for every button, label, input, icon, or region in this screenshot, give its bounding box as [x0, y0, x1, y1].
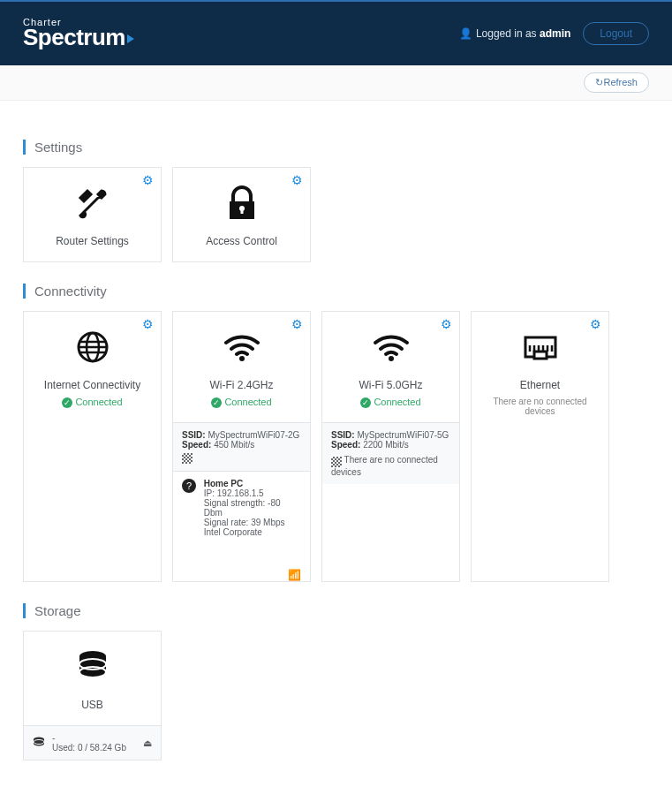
usb-details: - Used: 0 / 58.24 Gb ⏏	[24, 725, 161, 760]
eject-icon[interactable]: ⏏	[143, 738, 152, 749]
svg-rect-2	[240, 208, 243, 214]
check-icon: ✓	[62, 397, 72, 408]
card-title: Internet Connectivity	[31, 379, 154, 391]
gear-icon[interactable]: ⚙	[441, 317, 452, 331]
card-title: Access Control	[180, 235, 303, 247]
tools-icon	[31, 184, 154, 223]
connectivity-grid: ⚙ Internet Connectivity ✓Connected ⚙ Wi-…	[23, 311, 649, 582]
svg-rect-8	[534, 352, 547, 359]
svg-point-5	[239, 356, 245, 361]
wifi5-details: SSID: MySpectrumWiFi07-5G Speed: 2200 Mb…	[322, 422, 459, 484]
status: ✓Connected	[329, 397, 452, 408]
gear-icon[interactable]: ⚙	[291, 173, 303, 187]
device-row[interactable]: ? Home PC IP: 192.168.1.5 Signal strengt…	[173, 471, 310, 544]
card-title: Ethernet	[479, 379, 601, 391]
question-icon: ?	[182, 479, 196, 493]
settings-grid: ⚙ Router Settings ⚙ Access Control	[23, 167, 649, 262]
brand-big: Spectrum	[23, 24, 125, 50]
brand-big-row: Spectrum	[23, 27, 134, 48]
gear-icon[interactable]: ⚙	[291, 317, 303, 331]
no-devices-msg: There are no connected devices	[479, 397, 601, 416]
section-title-settings: Settings	[23, 140, 649, 155]
content-area: Settings ⚙ Router Settings ⚙ Access Cont…	[0, 101, 672, 787]
wifi5-card[interactable]: ⚙ Wi-Fi 5.0GHz ✓Connected SSID: MySpectr…	[321, 311, 460, 582]
ethernet-card[interactable]: ⚙ Ethernet There are no connected device…	[471, 311, 609, 582]
logout-button[interactable]: Logout	[583, 22, 649, 45]
section-title-storage: Storage	[23, 603, 649, 618]
gear-icon[interactable]: ⚙	[590, 317, 601, 331]
storage-grid: USB - Used: 0 / 58.24 Gb ⏏	[23, 631, 649, 760]
user-icon: 👤	[459, 27, 472, 40]
device-info: Home PC IP: 192.168.1.5 Signal strength:…	[204, 479, 301, 537]
wifi24-card[interactable]: ⚙ Wi-Fi 2.4GHz ✓Connected SSID: MySpectr…	[172, 311, 311, 582]
usb-usage: - Used: 0 / 58.24 Gb	[45, 733, 143, 753]
brand-logo: Charter Spectrum	[23, 19, 134, 48]
wifi24-details: SSID: MySpectrumWiFi07-2G Speed: 450 Mbi…	[173, 422, 310, 471]
card-title: USB	[31, 699, 154, 711]
wifi-icon	[180, 328, 303, 367]
qr-icon[interactable]	[331, 457, 342, 467]
logged-in-text: 👤Logged in as admin	[459, 27, 570, 40]
card-title: Router Settings	[31, 235, 154, 247]
brand-triangle-icon	[127, 34, 134, 43]
database-icon	[31, 647, 154, 686]
gear-icon[interactable]: ⚙	[142, 317, 154, 331]
card-title: Wi-Fi 2.4GHz	[180, 379, 303, 391]
internet-card[interactable]: ⚙ Internet Connectivity ✓Connected	[23, 311, 162, 582]
qr-icon[interactable]	[182, 453, 193, 464]
usb-card[interactable]: USB - Used: 0 / 58.24 Gb ⏏	[23, 631, 162, 760]
header-bar: Charter Spectrum 👤Logged in as admin Log…	[0, 0, 672, 65]
refresh-button[interactable]: ↻Refresh	[584, 72, 649, 93]
globe-icon	[31, 328, 154, 367]
drive-icon	[33, 737, 45, 750]
card-title: Wi-Fi 5.0GHz	[329, 379, 452, 391]
lock-icon	[180, 184, 303, 223]
wifi-signal-icon: 📶	[288, 569, 301, 581]
status: ✓Connected	[31, 397, 154, 408]
check-icon: ✓	[211, 397, 222, 408]
svg-point-6	[389, 356, 394, 361]
gear-icon[interactable]: ⚙	[142, 173, 154, 187]
access-control-card[interactable]: ⚙ Access Control	[172, 167, 311, 262]
section-title-connectivity: Connectivity	[23, 284, 649, 299]
sub-toolbar: ↻Refresh	[0, 65, 672, 101]
wifi-icon	[329, 328, 452, 367]
ethernet-icon	[479, 328, 601, 367]
check-icon: ✓	[360, 397, 371, 408]
router-settings-card[interactable]: ⚙ Router Settings	[23, 167, 162, 262]
status: ✓Connected	[180, 397, 303, 408]
